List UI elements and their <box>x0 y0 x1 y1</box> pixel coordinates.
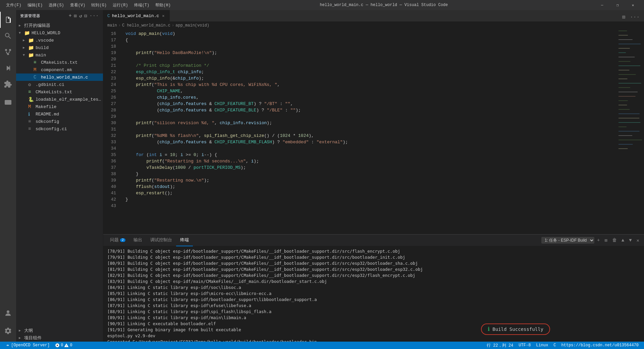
code-editor[interactable]: void app_main(void) { printf("Hello DaoB… <box>120 29 617 234</box>
sidebar-item-makefile[interactable]: M Makefile <box>16 103 103 110</box>
activity-source-control[interactable] <box>0 44 16 60</box>
sidebar-item-component-mk[interactable]: M component.mk <box>16 66 103 73</box>
activity-settings[interactable] <box>0 323 16 339</box>
py-icon: 🐍 <box>28 97 34 102</box>
activity-extensions[interactable] <box>0 76 16 92</box>
encoding-status[interactable]: UTF-8 <box>516 342 533 349</box>
cmake-icon-1: ≡ <box>34 60 40 65</box>
warning-icon <box>64 343 69 348</box>
sidebar-header: 资源管理器 + ⊞ ↺ ⊟ ··· <box>16 10 103 22</box>
outline-section[interactable]: ▶ 大纲 <box>16 327 103 334</box>
refresh-icon[interactable]: ↺ <box>79 13 82 19</box>
remote-status[interactable]: [OpenOCD Server] <box>3 342 52 349</box>
term-line-6: [83/91] Building C object esp-idf/main/C… <box>107 279 640 285</box>
sidebar-item-sdkconfig-ci[interactable]: ≡ sdkconfig.ci <box>16 125 103 133</box>
more-actions-icon[interactable]: ··· <box>628 13 641 21</box>
minimize-panel-icon[interactable]: ▼ <box>627 237 634 244</box>
tab-hello-world-main[interactable]: C hello_world_main.c ✕ <box>103 10 170 21</box>
panel-tab-debug[interactable]: 调试控制台 <box>146 235 176 246</box>
new-file-icon[interactable]: + <box>69 13 72 19</box>
menu-bar[interactable]: 文件(F) 编辑(E) 选择(S) 查看(V) 转到(G) 运行(R) 终端(T… <box>3 2 173 9</box>
cmake-icon-2: ≡ <box>28 89 34 95</box>
makefile-label: Makefile <box>36 104 103 109</box>
menu-select[interactable]: 选择(S) <box>46 2 67 9</box>
sidebar-item-readme[interactable]: ℹ README.md <box>16 110 103 118</box>
task-select[interactable]: 1: 任务 - ESP-IDF Build <box>541 237 594 244</box>
menu-file[interactable]: 文件(F) <box>3 2 24 9</box>
menu-terminal[interactable]: 终端(T) <box>131 2 152 9</box>
activity-account[interactable] <box>0 305 16 321</box>
terminal-content[interactable]: [78/91] Building C object esp-idf/bootlo… <box>103 246 644 342</box>
collapse-all-icon[interactable]: ⊟ <box>84 13 87 19</box>
close-panel-icon[interactable]: ✕ <box>635 237 641 244</box>
sidebar-item-loadable-elf[interactable]: 🐍 loadable_elf_example_test.py <box>16 96 103 103</box>
kill-terminal-icon[interactable]: 🗑 <box>610 237 619 244</box>
sidebar-item-gdbinit[interactable]: ⚙ .gdbinit.ci <box>16 81 103 88</box>
project-root[interactable]: ▼ 📁 HELLO_WORLD <box>16 29 103 37</box>
maximize-button[interactable]: ❐ <box>610 0 625 10</box>
tabs-bar: C hello_world_main.c ✕ ⊞ ··· <box>103 10 644 22</box>
menu-help[interactable]: 帮助(H) <box>153 2 173 9</box>
breadcrumb-function[interactable]: app_main(void) <box>175 23 209 28</box>
open-editors-section[interactable]: ▶ 打开的编辑器 <box>16 22 103 29</box>
close-button[interactable]: ✕ <box>625 0 641 10</box>
breadcrumb-main[interactable]: main <box>107 23 117 28</box>
maximize-panel-icon[interactable]: ▲ <box>620 237 626 244</box>
error-count-label: 0 <box>61 343 63 348</box>
menu-edit[interactable]: 编辑(E) <box>25 2 46 9</box>
sidebar-item-cmakelists-main[interactable]: ≡ CMakeLists.txt <box>16 59 103 66</box>
blog-link[interactable]: https://blog.csdn.net/u013564470 <box>559 342 641 349</box>
loadable-elf-label: loadable_elf_example_test.py <box>36 97 103 102</box>
activity-run[interactable] <box>0 60 16 76</box>
new-folder-icon[interactable]: ⊞ <box>74 13 77 19</box>
menu-run[interactable]: 运行(R) <box>110 2 131 9</box>
panel-tab-output[interactable]: 输出 <box>129 235 146 246</box>
term-line-15: esptool.py v2.9-dev <box>107 333 640 339</box>
open-editors-label: 打开的编辑器 <box>24 22 50 29</box>
tab-close-button[interactable]: ✕ <box>161 13 165 19</box>
sidebar-item-vscode[interactable]: ▶ 📁 .vscode <box>16 37 103 44</box>
more-icon[interactable]: ··· <box>90 13 99 19</box>
minimap <box>617 29 644 234</box>
tab-bar-actions[interactable]: ⊞ ··· <box>621 13 644 21</box>
term-line-1: [78/91] Building C object esp-idf/bootlo… <box>107 248 640 254</box>
project-components-section[interactable]: ▶ 项目组件 <box>16 334 103 342</box>
error-count[interactable]: 0 0 <box>52 342 75 349</box>
split-terminal-icon[interactable]: ⊞ <box>602 237 609 244</box>
sidebar-header-icons[interactable]: + ⊞ ↺ ⊟ ··· <box>69 13 99 19</box>
build-success-badge[interactable]: ℹ Build Successfully <box>481 323 550 335</box>
sidebar-item-sdkconfig[interactable]: ≡ sdkconfig <box>16 118 103 125</box>
panel-actions[interactable]: 1: 任务 - ESP-IDF Build + ⊞ 🗑 ▲ ▼ ✕ <box>541 237 641 244</box>
eol-label: Linux <box>536 343 548 348</box>
sidebar-item-cmakelists-root[interactable]: ≡ CMakeLists.txt <box>16 88 103 96</box>
eol-status[interactable]: Linux <box>533 342 551 349</box>
activity-search[interactable] <box>0 28 16 44</box>
window-controls[interactable]: — ❐ ✕ <box>594 0 641 10</box>
term-line-9: [86/91] Linking C static library esp-idf… <box>107 297 640 303</box>
term-line-8: [85/91] Linking C static library esp-idf… <box>107 291 640 297</box>
menu-view[interactable]: 查看(V) <box>67 2 88 9</box>
panel-tab-terminal[interactable]: 终端 <box>176 235 193 246</box>
term-line-14: [91/91] Generating binary image from bui… <box>107 327 640 333</box>
activity-remote[interactable] <box>0 95 16 111</box>
menu-goto[interactable]: 转到(G) <box>89 2 109 9</box>
minimize-button[interactable]: — <box>594 0 610 10</box>
add-terminal-icon[interactable]: + <box>595 237 602 244</box>
sidebar-item-hello-world-main[interactable]: C hello_world_main.c <box>16 73 103 81</box>
cmakelists-main-label: CMakeLists.txt <box>41 60 103 65</box>
activity-explorer[interactable] <box>0 12 16 28</box>
problems-badge: 2 <box>120 238 125 242</box>
language-status[interactable]: C <box>551 342 558 349</box>
panel-tab-problems[interactable]: 问题 2 <box>106 235 129 246</box>
sidebar-item-main[interactable]: ▼ 📁 main <box>16 51 103 59</box>
line-col-status[interactable]: 行 22，列 24 <box>484 342 516 349</box>
project-folder-icon: 📁 <box>24 30 30 36</box>
svg-rect-4 <box>5 100 11 105</box>
split-editor-icon[interactable]: ⊞ <box>621 13 627 21</box>
term-line-3: [80/91] Building C object esp-idf/bootlo… <box>107 260 640 266</box>
breadcrumb-file[interactable]: C hello_world_main.c <box>122 23 170 28</box>
build-folder-icon: 📁 <box>28 45 34 51</box>
panel-tabs: 问题 2 输出 调试控制台 终端 1: 任务 - ESP-IDF Build + <box>103 235 644 246</box>
term-line-13: [90/91] Linking C executable bootloader.… <box>107 321 640 327</box>
sidebar-item-build[interactable]: ▶ 📁 build <box>16 44 103 51</box>
